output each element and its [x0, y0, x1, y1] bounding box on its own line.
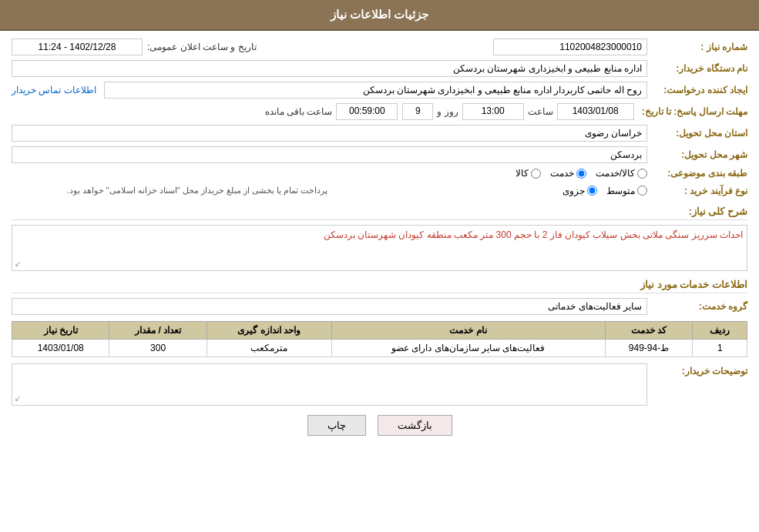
creator-label: ایجاد کننده درخواست: [647, 85, 747, 95]
table-header: ردیف کد خدمت نام خدمت واحد اندازه گیری ت… [12, 322, 747, 340]
table-body: 1ط-94-949فعالیت‌های سایر سازمان‌های دارا… [12, 340, 747, 357]
services-section-title: اطلاعات خدمات مورد نیاز [12, 279, 747, 293]
print-button[interactable]: چاپ [307, 415, 366, 436]
category-kala-khadamat-radio[interactable] [637, 169, 647, 179]
city-label: شهر محل تحویل: [647, 149, 747, 160]
table-header-row: ردیف کد خدمت نام خدمت واحد اندازه گیری ت… [12, 322, 747, 340]
process-label: نوع فرآیند خرید : [647, 186, 747, 196]
table-cell-code: ط-94-949 [605, 340, 693, 357]
creator-row: ایجاد کننده درخواست: روح اله حاتمی کاربر… [12, 82, 747, 99]
deadline-time: 13:00 [462, 103, 524, 120]
general-desc-section-title: شرح کلی نیاز: [12, 206, 747, 220]
deadline-remaining: ساعت باقی مانده [265, 106, 333, 117]
process-jozvi-label: جزوی [563, 186, 585, 196]
general-desc-row: احداث سرریز سنگی ملاتی بخش سیلاب کیودان … [12, 225, 747, 271]
deadline-time-label: ساعت [528, 106, 553, 117]
process-note: پرداخت تمام یا بخشی از مبلغ خریداز محل "… [12, 183, 335, 198]
deadline-date: 1403/01/08 [557, 103, 634, 120]
city-value: بردسکن [12, 146, 647, 163]
category-radio-group: کالا/خدمت خدمت کالا [12, 168, 647, 179]
buyer-desc-box [12, 363, 647, 406]
main-content: شماره نیاز : 1102004823000010 تاریخ و سا… [0, 31, 759, 451]
col-code: کد خدمت [605, 322, 693, 340]
province-value: خراسان رضوی [12, 125, 647, 142]
need-number-value: 1102004823000010 [493, 38, 647, 55]
buyer-org-row: نام دستگاه خریدار: اداره منابع طبیعی و ا… [12, 60, 747, 77]
page-title: جزئیات اطلاعات نیاز [331, 8, 428, 21]
need-number-label: شماره نیاز : [647, 42, 747, 52]
back-button[interactable]: بازگشت [378, 415, 452, 436]
table-cell-date: 1403/01/08 [12, 340, 109, 357]
announcement-label: تاریخ و ساعت اعلان عمومی: [147, 42, 257, 52]
page-wrapper: جزئیات اطلاعات نیاز شماره نیاز : 1102004… [0, 0, 759, 532]
category-khadamat-radio[interactable] [576, 169, 586, 179]
services-table: ردیف کد خدمت نام خدمت واحد اندازه گیری ت… [12, 321, 747, 357]
col-row-num: ردیف [693, 322, 747, 340]
creator-value: روح اله حاتمی کاربردار اداره منابع طبیعی… [104, 82, 647, 99]
deadline-countdown: 00:59:00 [336, 103, 398, 120]
process-jozvi-option: جزوی [563, 186, 597, 196]
category-kala-khadamat-label: کالا/خدمت [596, 168, 635, 179]
process-motavasset-option: متوسط [606, 186, 647, 196]
city-row: شهر محل تحویل: بردسکن [12, 146, 747, 163]
deadline-day-label: روز و [437, 106, 458, 117]
table-cell-name: فعالیت‌های سایر سازمان‌های دارای عضو [331, 340, 605, 357]
category-kala-label: کالا [516, 168, 529, 179]
services-table-section: ردیف کد خدمت نام خدمت واحد اندازه گیری ت… [12, 321, 747, 357]
process-jozvi-radio[interactable] [587, 186, 597, 196]
service-group-value: سایر فعالیت‌های خدماتی [12, 298, 647, 315]
process-motavasset-label: متوسط [606, 186, 635, 196]
category-kala-radio[interactable] [531, 169, 541, 179]
province-label: استان محل تحویل: [647, 128, 747, 139]
process-radio-group: متوسط جزوی [335, 186, 647, 196]
table-cell-unit: مترمکعب [207, 340, 331, 357]
col-unit: واحد اندازه گیری [207, 322, 331, 340]
table-cell-row: 1 [693, 340, 747, 357]
category-kala-khadamat-option: کالا/خدمت [596, 168, 647, 179]
table-row: 1ط-94-949فعالیت‌های سایر سازمان‌های دارا… [12, 340, 747, 357]
need-number-row: شماره نیاز : 1102004823000010 تاریخ و سا… [12, 38, 747, 55]
general-desc-value: احداث سرریز سنگی ملاتی بخش سیلاب کیودان … [12, 225, 747, 271]
col-date: تاریخ نیاز [12, 322, 109, 340]
buyer-desc-row: توضیحات خریدار: [12, 363, 747, 406]
table-cell-qty: 300 [109, 340, 207, 357]
category-khadamat-option: خدمت [550, 168, 586, 179]
buyer-org-label: نام دستگاه خریدار: [647, 63, 747, 74]
contact-link[interactable]: اطلاعات تماس خریدار [12, 85, 96, 95]
buyer-org-value: اداره منابع طبیعی و ابخیزداری شهرستان بر… [12, 60, 647, 77]
announcement-value: 1402/12/28 - 11:24 [12, 38, 143, 55]
province-row: استان محل تحویل: خراسان رضوی [12, 125, 747, 142]
deadline-label: مهلت ارسال پاسخ: تا تاریخ: [634, 106, 747, 117]
category-kala-option: کالا [516, 168, 541, 179]
page-header: جزئیات اطلاعات نیاز [0, 0, 759, 31]
col-qty: تعداد / مقدار [109, 322, 207, 340]
deadline-row: مهلت ارسال پاسخ: تا تاریخ: 1403/01/08 سا… [12, 103, 747, 120]
col-name: نام خدمت [331, 322, 605, 340]
deadline-day: 9 [402, 103, 433, 120]
process-row: نوع فرآیند خرید : متوسط جزوی پرداخت تمام… [12, 183, 747, 198]
category-khadamat-label: خدمت [550, 168, 574, 179]
service-group-row: گروه خدمت: سایر فعالیت‌های خدماتی [12, 298, 747, 315]
process-motavasset-radio[interactable] [637, 186, 647, 196]
buyer-desc-label: توضیحات خریدار: [647, 363, 747, 376]
category-row: طبقه بندی موضوعی: کالا/خدمت خدمت کالا [12, 168, 747, 179]
service-group-label: گروه خدمت: [647, 301, 747, 312]
category-label: طبقه بندی موضوعی: [647, 168, 747, 179]
buttons-row: بازگشت چاپ [12, 415, 747, 436]
